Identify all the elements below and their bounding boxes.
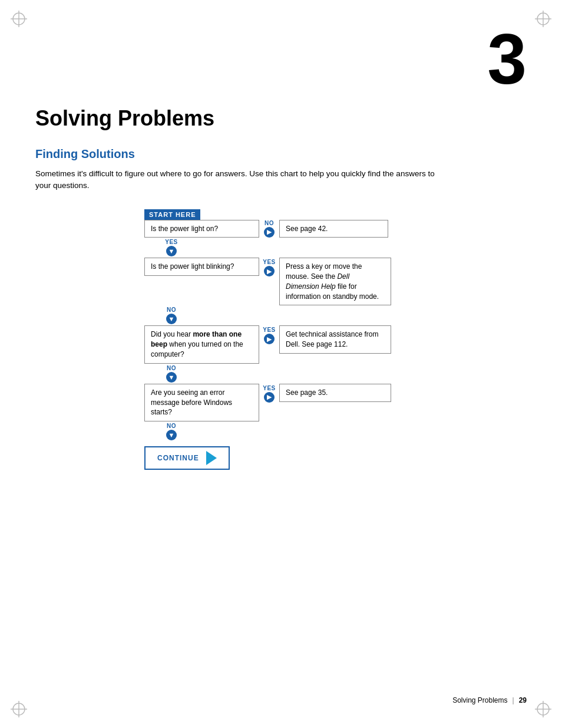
intro-text: Sometimes it's difficult to figure out w… bbox=[35, 168, 436, 192]
continue-label: CONTINUE bbox=[157, 454, 199, 462]
no-down-arrow-q2: ▼ bbox=[166, 314, 177, 324]
question-box-q2: Is the power light blinking? bbox=[144, 258, 259, 276]
footer-page-number: 29 bbox=[519, 696, 527, 704]
question-box-q4: Are you seeing an error message before W… bbox=[144, 384, 259, 421]
yes-arrow-q2: ▶ bbox=[264, 266, 275, 276]
answer-box-q1: See page 42. bbox=[279, 220, 388, 238]
flowchart-row-q3: Did you hear more than one beep when you… bbox=[144, 325, 439, 363]
chapter-number: 3 bbox=[35, 24, 527, 94]
no-connector-q3: NO ▼ bbox=[144, 364, 199, 384]
flowchart-row-q2: Is the power light blinking? YES ▶ Press… bbox=[144, 258, 439, 305]
reg-mark-tl bbox=[11, 11, 27, 27]
answer-box-q4: See page 35. bbox=[279, 384, 391, 402]
yes-arrow-q3: ▶ bbox=[264, 334, 275, 344]
no-arrow-q1: ▶ bbox=[264, 227, 275, 238]
flowchart-row-q1: Is the power light on? NO ▶ See page 42. bbox=[144, 220, 439, 238]
no-connector-q4: NO ▼ bbox=[144, 421, 199, 442]
yes-label-q4: YES bbox=[263, 385, 276, 392]
question-box-q1: Is the power light on? bbox=[144, 220, 259, 238]
yes-label-q3: YES bbox=[263, 327, 276, 334]
no-connector-q2: NO ▼ bbox=[144, 305, 199, 325]
continue-arrow-icon bbox=[206, 451, 217, 465]
no-down-arrow-q3: ▼ bbox=[166, 372, 177, 383]
reg-mark-tr bbox=[535, 11, 551, 27]
yes-arrow-q4: ▶ bbox=[264, 392, 275, 403]
yes-label-q2: YES bbox=[263, 259, 276, 266]
chapter-title: Solving Problems bbox=[35, 106, 527, 133]
continue-button[interactable]: CONTINUE bbox=[144, 446, 230, 470]
yes-down-arrow-q1: ▼ bbox=[166, 246, 177, 256]
start-here-banner: START HERE bbox=[144, 209, 200, 220]
continue-area: CONTINUE bbox=[144, 444, 439, 470]
section-heading: Finding Solutions bbox=[35, 147, 527, 161]
flowchart-row-q4: Are you seeing an error message before W… bbox=[144, 384, 439, 421]
page-footer: Solving Problems | 29 bbox=[452, 696, 527, 704]
no-down-arrow-q4: ▼ bbox=[166, 430, 177, 440]
flowchart: START HERE Is the power light on? NO ▶ S… bbox=[144, 209, 439, 470]
footer-text: Solving Problems bbox=[452, 696, 507, 704]
page: 3 Solving Problems Finding Solutions Som… bbox=[0, 0, 562, 728]
question-box-q3: Did you hear more than one beep when you… bbox=[144, 325, 259, 363]
reg-mark-bl bbox=[11, 701, 27, 717]
yes-connector-q1: YES ▼ bbox=[144, 238, 199, 258]
reg-mark-br bbox=[535, 701, 551, 717]
answer-box-q2: Press a key or move the mouse. See the D… bbox=[279, 258, 391, 305]
footer-separator: | bbox=[513, 696, 514, 704]
no-label-q1: NO bbox=[265, 220, 274, 227]
answer-box-q3: Get technical assistance from Dell. See … bbox=[279, 325, 391, 354]
